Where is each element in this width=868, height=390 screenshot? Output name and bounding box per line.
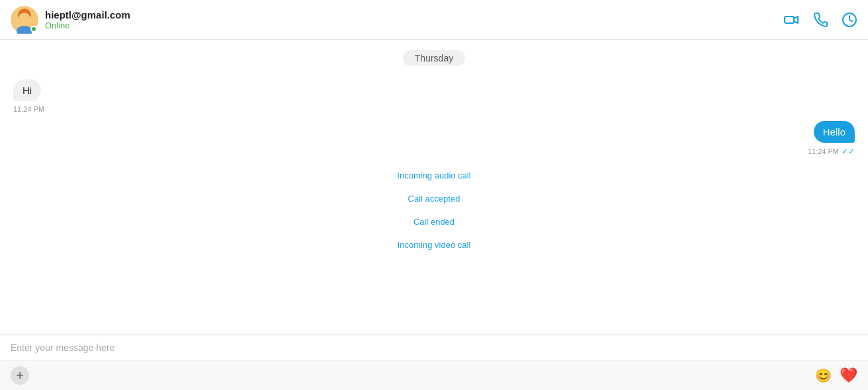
clock-button[interactable] xyxy=(842,12,857,28)
toolbar-row: + 😊 ❤️ xyxy=(0,361,868,390)
svg-rect-4 xyxy=(785,17,794,23)
received-message-bubble: Hi xyxy=(13,79,41,101)
received-message-time: 11:24 PM xyxy=(13,105,855,113)
status-badge: Online xyxy=(45,20,130,30)
message-row: Hi xyxy=(13,79,855,101)
video-call-button[interactable] xyxy=(783,12,799,28)
message-text: Hi xyxy=(22,85,32,96)
day-label-container: Thursday xyxy=(13,50,855,66)
system-message: Call accepted xyxy=(13,194,855,204)
message-row: Hello xyxy=(13,121,855,143)
plus-icon: + xyxy=(16,368,24,383)
message-input[interactable] xyxy=(11,342,857,353)
sent-message-time: 11:24 PM ✓✓ xyxy=(13,147,855,156)
online-indicator xyxy=(30,26,37,32)
read-receipt-icon: ✓✓ xyxy=(842,147,855,156)
message-input-row xyxy=(0,335,868,361)
header-actions xyxy=(783,12,857,28)
avatar xyxy=(11,6,38,34)
sent-message-bubble: Hello xyxy=(814,121,855,143)
day-label: Thursday xyxy=(403,50,465,66)
heart-icon: ❤️ xyxy=(840,367,857,383)
emoji-button[interactable]: 😊 xyxy=(815,368,832,383)
header-user-info: hieptl@gmail.com Online xyxy=(11,6,130,34)
system-message: Incoming video call xyxy=(13,240,855,250)
username-label: hieptl@gmail.com xyxy=(45,9,130,20)
input-area: + 😊 ❤️ xyxy=(0,334,868,390)
chat-area: Thursday Hi 11:24 PM Hello 11:24 PM ✓✓ I… xyxy=(0,40,868,334)
toolbar-right: 😊 ❤️ xyxy=(815,367,857,384)
svg-point-2 xyxy=(19,13,30,24)
audio-call-button[interactable] xyxy=(812,12,828,28)
system-message: Incoming audio call xyxy=(13,171,855,180)
add-attachment-button[interactable]: + xyxy=(11,366,29,385)
toolbar-left: + xyxy=(11,366,29,385)
chat-header: hieptl@gmail.com Online xyxy=(0,0,868,40)
user-details: hieptl@gmail.com Online xyxy=(45,9,130,30)
message-text: Hello xyxy=(823,126,846,137)
emoji-icon: 😊 xyxy=(815,368,832,383)
heart-button[interactable]: ❤️ xyxy=(840,367,857,384)
system-message: Call ended xyxy=(13,217,855,227)
